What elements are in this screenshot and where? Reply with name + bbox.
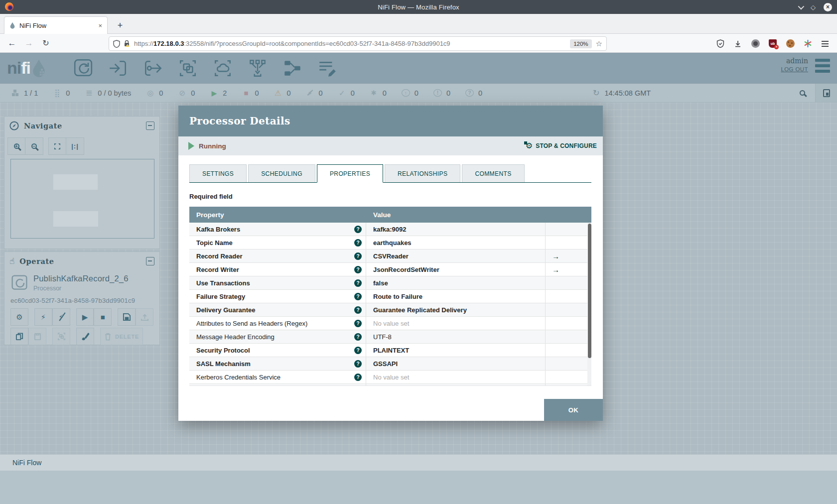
help-icon[interactable]: ? [354,360,362,368]
url-text[interactable]: https://172.18.0.3:32558/nifi/?processGr… [134,40,570,47]
help-icon[interactable]: ? [354,226,362,233]
table-scrollbar[interactable] [587,223,591,386]
collapse-navigate-icon[interactable] [146,122,154,130]
help-icon[interactable]: ? [354,293,362,300]
ok-button[interactable]: OK [544,399,603,421]
tab-settings[interactable]: SETTINGS [189,164,247,182]
close-window-icon[interactable]: × [824,3,832,11]
start-button[interactable]: ▶ [76,308,94,326]
property-value: kafka:9092 [366,223,546,236]
output-port-icon[interactable] [142,58,163,79]
shield-icon[interactable] [113,40,120,48]
status-item: 0 [433,89,450,97]
breadcrumb[interactable]: NiFi Flow [12,459,41,467]
zoom-level-badge[interactable]: 120% [570,39,591,48]
property-value: PLAINTEXT [366,344,546,357]
collapse-operate-icon[interactable] [146,257,154,265]
processor-stamp-icon [10,274,28,292]
tab-properties[interactable]: PROPERTIES [317,164,383,183]
help-icon[interactable]: ? [354,239,362,247]
property-value: Guarantee Replicated Delivery [366,303,546,316]
go-to-service-icon[interactable]: → [552,252,559,260]
remote-process-group-icon[interactable] [212,58,233,79]
column-property: Property [189,207,366,223]
privacy-badger-icon[interactable] [750,39,760,49]
create-template-button[interactable] [118,308,136,326]
new-tab-button[interactable]: + [114,19,127,32]
stop-configure-button[interactable]: ⚙ STOP & CONFIGURE [526,142,597,150]
shield-check-icon[interactable] [715,39,725,49]
property-value: JsonRecordSetWriter [366,263,546,276]
minimize-icon[interactable] [798,3,805,9]
enable-button[interactable]: ⚡ [34,308,52,326]
birdseye-minimap[interactable] [10,159,154,239]
property-row: SASL Mechanism ? GSSAPI → [189,357,591,371]
processor-details-dialog: Processor Details Running ⚙ STOP & CONFI… [178,106,603,421]
process-group-icon[interactable] [177,58,198,79]
close-tab-icon[interactable]: × [98,22,102,29]
bookmark-star-icon[interactable]: ☆ [596,39,602,48]
disable-button[interactable]: ⚡ [52,308,70,326]
property-value: No value set [366,384,546,386]
zoom-actual-button[interactable]: |:| [66,137,84,155]
nifi-header: nifi [0,53,837,84]
stale-icon [402,89,410,97]
ublock-icon[interactable]: ub [768,39,778,49]
configure-button[interactable]: ⚙ [10,308,28,326]
nifi-footer: NiFi Flow [0,454,837,471]
input-port-icon[interactable] [108,58,129,79]
downloads-icon[interactable] [733,39,743,49]
zoom-fit-button[interactable] [48,137,66,155]
help-icon[interactable]: ? [354,306,362,314]
tab-scheduling[interactable]: SCHEDULING [248,164,315,182]
nifi-favicon [9,22,15,29]
multiaccount-containers-icon[interactable] [803,39,813,49]
refresh-icon[interactable]: ↻ [593,88,599,98]
property-name: Message Header Encoding [196,333,275,341]
help-icon[interactable]: ? [354,252,362,260]
stop-button[interactable]: ■ [94,308,112,326]
firefox-logo-icon [5,2,13,11]
zoom-in-button[interactable]: + [7,137,25,155]
menu-icon[interactable] [820,39,830,49]
back-button[interactable]: ← [5,36,19,50]
property-value: CSVReader [366,250,546,262]
help-icon[interactable]: ? [354,374,362,381]
browser-tab[interactable]: NiFi Flow × [4,16,108,34]
maximize-icon[interactable]: ◇ [811,4,816,10]
reload-button[interactable]: ↻ [39,36,53,50]
status-item: 2 [210,89,227,97]
status-item: 0 [242,89,259,97]
scrollbar-thumb[interactable] [588,224,591,358]
url-bar[interactable]: https://172.18.0.3:32558/nifi/?processGr… [109,36,607,51]
funnel-icon[interactable] [247,58,268,79]
help-icon[interactable]: ? [354,266,362,273]
toggle-panel-button[interactable] [815,84,837,102]
logout-link[interactable]: LOG OUT [781,66,808,72]
minimap-processor [53,211,98,227]
label-icon[interactable] [317,58,338,79]
go-to-service-icon[interactable]: → [552,265,559,274]
property-value: false [366,276,546,289]
tab-relationships[interactable]: RELATIONSHIPS [385,164,460,182]
help-icon[interactable]: ? [354,347,362,354]
cookie-extension-icon[interactable] [785,39,795,49]
global-menu-icon[interactable] [815,56,830,73]
forward-button[interactable]: → [22,36,36,50]
active-threads-icon [53,89,61,97]
help-icon[interactable]: ? [354,333,362,341]
component-palette [73,58,338,79]
processor-icon[interactable] [73,58,94,79]
lock-icon[interactable] [124,40,130,47]
search-icon[interactable] [800,89,805,98]
tab-comments[interactable]: COMMENTS [462,164,524,182]
property-row: Failure Strategy ? Route to Failure → [189,290,591,303]
help-icon[interactable]: ? [354,279,362,287]
help-icon[interactable]: ? [354,320,362,327]
zoom-out-button[interactable]: − [25,137,43,155]
fill-color-button[interactable] [76,328,94,345]
screen: NiFi Flow — Mozilla Firefox ◇ × NiFi Flo… [0,0,837,504]
status-item: 0 [338,89,355,97]
template-icon[interactable] [282,58,303,79]
copy-button[interactable] [10,328,28,345]
